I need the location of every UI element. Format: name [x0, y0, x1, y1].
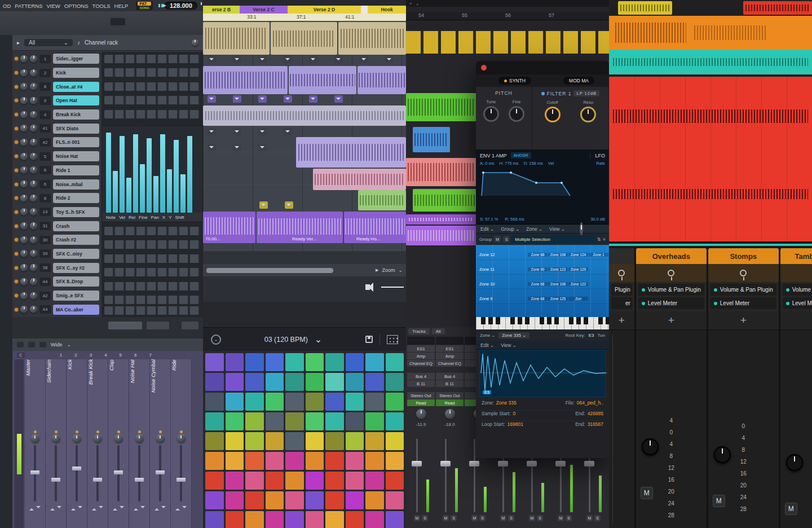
insert-slot[interactable]: ES1 — [436, 345, 464, 352]
save-icon[interactable] — [365, 336, 373, 343]
env-hold-value[interactable]: H: 775 ms — [499, 161, 518, 166]
zone-cell[interactable]: Zone 68 — [528, 253, 548, 257]
channel-volume-knob[interactable] — [30, 278, 37, 285]
channel-name-button[interactable]: Close..at #4 — [53, 82, 99, 92]
channel-name-button[interactable]: Ride 1 — [53, 165, 99, 175]
mixer-pan-knob[interactable] — [135, 434, 144, 443]
channel-name-button[interactable]: SFX C..oisy — [53, 249, 99, 259]
channel-filter-dropdown[interactable]: All ⌄ — [24, 39, 73, 46]
group-selection-dropdown[interactable]: Multiple Selection — [512, 235, 594, 243]
fold-tab-icon[interactable] — [360, 56, 368, 63]
velocity-bar[interactable] — [106, 133, 111, 213]
solo-button[interactable]: S — [422, 515, 428, 521]
clip-pad[interactable] — [226, 452, 244, 470]
mute-button[interactable]: M — [414, 515, 420, 521]
channel-pan-knob[interactable] — [20, 250, 28, 257]
env-attack-value[interactable]: A: 0 ms — [480, 161, 494, 166]
mixer-track-label[interactable]: Noise Hat — [129, 359, 149, 429]
zone-cell[interactable]: Zone 1 — [589, 253, 608, 257]
menu-item[interactable]: HELP — [114, 3, 129, 9]
clip-pad[interactable] — [245, 353, 264, 371]
channel-name-button[interactable]: Break Kick — [53, 109, 99, 120]
fold-tab-icon[interactable] — [208, 144, 216, 151]
clip-pad[interactable] — [226, 491, 244, 509]
audio-clip[interactable] — [338, 22, 406, 55]
zoom-label[interactable]: Zoom — [382, 267, 395, 273]
chevron-down-icon[interactable]: ⌄ — [315, 334, 322, 345]
rack-swing-knob[interactable] — [192, 39, 198, 46]
audio-clip[interactable] — [358, 66, 406, 94]
clip-pad[interactable] — [346, 432, 364, 450]
channel-name-button[interactable]: Ride 2 — [53, 193, 99, 203]
menu-item[interactable]: OD — [3, 3, 11, 9]
zone-row[interactable]: Zone 11 Zone 99 Zone 123 Zone 129 — [476, 262, 609, 276]
mixer-strip-led[interactable] — [138, 430, 141, 433]
clip-pad[interactable] — [325, 452, 344, 470]
arrow-icon[interactable] — [28, 342, 35, 347]
clip-pad[interactable] — [325, 511, 344, 528]
velocity-bar[interactable] — [126, 178, 131, 213]
channel-volume-knob[interactable] — [30, 139, 37, 146]
clip-pad[interactable] — [285, 472, 304, 490]
lfo-rate-knob[interactable] — [580, 222, 583, 235]
clip-pad[interactable] — [205, 452, 224, 470]
teal-track[interactable] — [609, 50, 812, 74]
plugin-titlebar[interactable] — [476, 61, 609, 74]
clip-pad[interactable] — [226, 432, 244, 450]
clip-pad[interactable] — [365, 412, 384, 430]
channel-volume-knob[interactable] — [30, 181, 37, 188]
channel-pan-knob[interactable] — [20, 306, 28, 313]
channel-volume-knob[interactable] — [30, 125, 37, 132]
clip-pad[interactable] — [346, 373, 364, 391]
mixer-pan-knob[interactable] — [94, 434, 102, 443]
group-solo-button[interactable]: S — [503, 236, 510, 243]
column-header[interactable] — [609, 248, 634, 264]
envelope-graph[interactable] — [480, 168, 573, 198]
graph-target-label[interactable]: Pan — [151, 215, 159, 220]
group-mute-button[interactable]: M — [494, 236, 501, 243]
channel-name-button[interactable]: SFX 8..Drop — [53, 276, 99, 287]
channel-led[interactable] — [15, 99, 18, 102]
fold-tab-icon[interactable] — [334, 95, 343, 103]
mixer-strip[interactable]: Kick — [67, 359, 87, 528]
clip-pad[interactable] — [205, 353, 224, 371]
channel-led[interactable] — [15, 266, 18, 270]
play-small-icon[interactable]: ▶ — [376, 268, 378, 272]
insert-slot[interactable]: ES1 — [407, 345, 435, 352]
mixer-fader[interactable] — [171, 445, 191, 501]
mixer-strip[interactable]: Break Kick — [87, 359, 108, 528]
channel-name-button[interactable]: MA Co..aker — [53, 305, 99, 315]
channel-volume-knob[interactable] — [30, 153, 37, 160]
channel-volume-knob[interactable] — [30, 264, 37, 271]
pattern-name[interactable]: 03 (120 BPM) — [264, 336, 308, 344]
clip-pad[interactable] — [266, 472, 284, 490]
step-cells[interactable] — [104, 68, 200, 77]
mixer-track-number[interactable]: 5 — [120, 353, 122, 358]
fader-handle[interactable] — [469, 461, 479, 467]
channel-pan-knob[interactable] — [20, 292, 28, 300]
mixer-strip[interactable]: Ride — [171, 359, 192, 528]
mixer-pan-knob[interactable] — [31, 434, 39, 443]
bpm-display[interactable]: 128.000 — [165, 2, 197, 10]
channel-led[interactable] — [15, 294, 18, 297]
graph-target-label[interactable]: X — [162, 215, 165, 220]
channel-led[interactable] — [15, 225, 18, 228]
clip-pad[interactable] — [226, 373, 244, 391]
fold-tab-icon[interactable] — [258, 56, 267, 63]
power-icon[interactable] — [541, 92, 545, 95]
step-cells[interactable] — [104, 268, 200, 276]
channel-pan-knob[interactable] — [20, 166, 28, 174]
menu-item[interactable]: Edit ⌄ — [480, 342, 494, 348]
strip-scroll-arrows[interactable] — [155, 504, 166, 511]
updown-icon[interactable]: ⇅ — [597, 237, 601, 242]
pat-mode-label[interactable]: PAT — [138, 2, 151, 6]
channel-led[interactable] — [15, 238, 18, 241]
tune-knob[interactable] — [483, 106, 499, 122]
mute-button[interactable]: M — [558, 515, 564, 521]
channel-pan-knob[interactable] — [20, 181, 28, 188]
device-chip[interactable]: Volume & Pan Plugin — [638, 284, 704, 296]
mixer-strip-led[interactable] — [180, 430, 183, 433]
fader-handle[interactable] — [176, 478, 186, 482]
mixer-strip-led[interactable] — [34, 430, 37, 433]
fold-tab-icon[interactable] — [233, 144, 241, 151]
